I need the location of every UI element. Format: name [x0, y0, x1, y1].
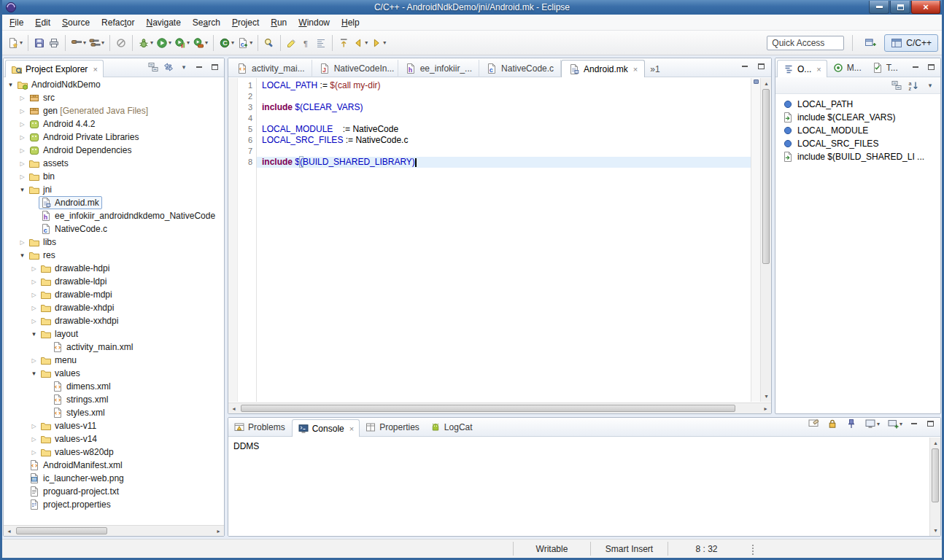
editor-tab-nativecode-c[interactable]: cNativeCode.c [479, 60, 561, 77]
close-button[interactable]: × [911, 1, 940, 14]
toolbar-block-selection-button[interactable] [314, 34, 328, 52]
perspective-cpp-button[interactable]: C/C++ [884, 34, 938, 52]
collapsed-arrow-icon[interactable]: ▷ [18, 95, 27, 101]
tree-item-res[interactable]: ▾res [4, 249, 224, 262]
console-scroll-lock-button[interactable] [825, 417, 840, 432]
collapsed-arrow-icon[interactable]: ▷ [29, 423, 39, 429]
menu-file[interactable]: File [4, 15, 29, 30]
toolbar-mark-occurrences-button[interactable] [285, 34, 299, 52]
link-with-editor-button[interactable] [163, 61, 174, 73]
minimize-editor-button[interactable] [739, 61, 751, 72]
tree-item-proguard-project-txt[interactable]: proguard-project.txt [4, 485, 224, 498]
toolbar-new-source-button[interactable]: c▾ [236, 34, 254, 52]
toolbar-show-whitespace-button[interactable]: ¶ [299, 34, 314, 52]
outline-tab-m[interactable]: M... [827, 59, 867, 77]
console-open-console-button[interactable]: ▾ [886, 417, 904, 432]
scroll-thumb[interactable] [241, 405, 735, 412]
expanded-arrow-icon[interactable]: ▾ [29, 370, 39, 377]
toolbar-build-button[interactable]: ▾ [69, 34, 88, 52]
tree-item-activity-main-xml[interactable]: activity_main.xml [4, 341, 224, 354]
outline-item-local-src-files[interactable]: LOCAL_SRC_FILES [775, 137, 940, 150]
scroll-down-icon[interactable]: ▾ [930, 525, 941, 536]
line-number-ruler[interactable]: 12345678 [238, 78, 257, 402]
close-view-icon[interactable]: × [93, 65, 97, 74]
outline-item-include-clear-vars[interactable]: include $(CLEAR_VARS) [775, 111, 940, 124]
menu-search[interactable]: Search [187, 15, 226, 30]
outline-item-include-build-shared-li[interactable]: include $(BUILD_SHARED_LI ... [775, 150, 940, 163]
minimize-view-button[interactable] [910, 61, 921, 73]
collapsed-arrow-icon[interactable]: ▷ [29, 357, 39, 364]
menu-help[interactable]: Help [336, 15, 365, 30]
toolbar-new-wizard-button[interactable]: ▾ [6, 34, 24, 52]
explorer-hscrollbar[interactable]: ◂ ▸ [4, 525, 224, 536]
tree-item-drawable-xxhdpi[interactable]: ▷drawable-xxhdpi [4, 314, 224, 327]
expanded-arrow-icon[interactable]: ▾ [18, 252, 27, 259]
expanded-arrow-icon[interactable]: ▾ [18, 186, 27, 193]
tree-item-libs[interactable]: ▷libs [4, 236, 224, 249]
scroll-right-icon[interactable]: ▸ [760, 403, 771, 414]
close-tab-icon[interactable]: × [633, 65, 638, 74]
tree-item-androidndkdemo[interactable]: ▾AndroidNdkDemo [4, 78, 224, 91]
collapsed-arrow-icon[interactable]: ▷ [29, 449, 39, 456]
collapse-all-button[interactable] [891, 79, 902, 91]
editor-hscrollbar[interactable]: ◂ ▸ [228, 402, 771, 413]
scroll-thumb[interactable] [762, 89, 770, 264]
tree-item-menu[interactable]: ▷menu [4, 354, 224, 367]
tree-item-project-properties[interactable]: project.properties [4, 498, 224, 511]
toolbar-search-button[interactable] [262, 34, 276, 52]
collapsed-arrow-icon[interactable]: ▷ [18, 174, 27, 180]
tree-item-android-private-libraries[interactable]: ▷Android Private Libraries [4, 131, 224, 144]
collapsed-arrow-icon[interactable]: ▷ [29, 292, 39, 298]
console-clear-console-button[interactable] [806, 417, 821, 432]
view-menu-button[interactable]: ▾ [178, 61, 190, 73]
editor-tab-ee-infokiir[interactable]: hee_infokiir_... [398, 60, 479, 77]
scroll-thumb[interactable] [16, 527, 107, 534]
collapsed-arrow-icon[interactable]: ▷ [29, 305, 39, 311]
scroll-left-icon[interactable]: ◂ [228, 403, 239, 414]
toolbar-run-button[interactable]: ▾ [155, 34, 173, 52]
menu-run[interactable]: Run [265, 15, 293, 30]
toolbar-save-button[interactable] [32, 34, 47, 52]
tree-item-layout[interactable]: ▾layout [4, 327, 224, 341]
maximize-view-button[interactable] [209, 61, 220, 73]
collapsed-arrow-icon[interactable]: ▷ [18, 121, 27, 128]
toolbar-print-button[interactable] [47, 34, 61, 52]
tree-item-drawable-xhdpi[interactable]: ▷drawable-xhdpi [4, 301, 224, 314]
console-output[interactable]: DDMS ▴ ▾ [228, 438, 940, 536]
open-perspective-button[interactable] [861, 34, 880, 52]
collapsed-arrow-icon[interactable]: ▷ [29, 318, 39, 324]
overview-ruler[interactable] [751, 78, 760, 402]
collapsed-arrow-icon[interactable]: ▷ [29, 265, 39, 272]
tree-item-dimens-xml[interactable]: dimens.xml [4, 380, 224, 393]
tree-item-bin[interactable]: ▷bin [4, 170, 224, 183]
toolbar-debug-button[interactable]: ▾ [136, 34, 155, 52]
collapsed-arrow-icon[interactable]: ▷ [18, 239, 27, 246]
tree-item-assets[interactable]: ▷assets [4, 157, 224, 170]
console-tab-logcat[interactable]: LogCat [425, 419, 478, 436]
tree-item-drawable-hdpi[interactable]: ▷drawable-hdpi [4, 262, 224, 275]
scroll-left-icon[interactable]: ◂ [4, 526, 15, 537]
menu-source[interactable]: Source [56, 15, 96, 30]
tree-item-gen[interactable]: ▷gen [Generated Java Files] [4, 104, 224, 117]
quick-access-input[interactable] [767, 36, 844, 50]
toolbar-skip-breakpoints-button[interactable] [114, 34, 128, 52]
editor-tab-activity-mai[interactable]: activity_mai... [230, 60, 312, 77]
scroll-right-icon[interactable]: ▸ [213, 526, 224, 537]
collapse-all-button[interactable] [147, 61, 159, 73]
toolbar-new-class-button[interactable]: C▾ [217, 34, 236, 52]
collapsed-arrow-icon[interactable]: ▷ [18, 108, 27, 114]
scroll-thumb[interactable] [932, 448, 939, 502]
scroll-up-icon[interactable]: ▴ [930, 438, 941, 448]
tree-item-drawable-mdpi[interactable]: ▷drawable-mdpi [4, 288, 224, 301]
console-tab-properties[interactable]: Properties [360, 419, 425, 436]
tree-item-values-v14[interactable]: ▷values-v14 [4, 432, 224, 446]
tree-item-android-dependencies[interactable]: ▷Android Dependencies [4, 144, 224, 157]
console-pin-console-button[interactable] [844, 417, 859, 432]
tab-overflow-chevron[interactable]: »1 [650, 64, 659, 74]
minimize-view-button[interactable] [908, 418, 920, 429]
minimize-button[interactable] [869, 1, 889, 14]
tree-item-values-v11[interactable]: ▷values-v11 [4, 419, 224, 432]
outline-tab-o[interactable]: O...× [777, 60, 827, 77]
tree-item-ic-launcher-web-png[interactable]: ic_launcher-web.png [4, 472, 224, 485]
toolbar-coverage-button[interactable]: ▾ [173, 34, 191, 52]
